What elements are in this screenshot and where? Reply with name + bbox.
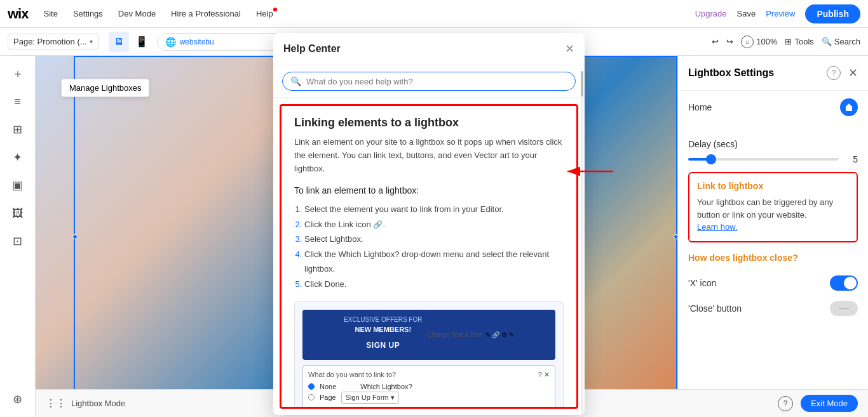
sidebar-image-icon[interactable]: 🖼 <box>6 202 29 225</box>
search-icon: 🔍 <box>822 37 832 46</box>
search-button[interactable]: 🔍 Search <box>822 37 860 46</box>
help-notification-dot <box>273 8 277 11</box>
close-btn-toggle[interactable]: — <box>830 301 858 316</box>
nav-site[interactable]: Site <box>38 6 62 21</box>
help-center-modal[interactable]: Help Center ✕ 🔍 Linking elements to a li… <box>273 33 585 415</box>
preview-button[interactable]: Preview <box>766 9 795 18</box>
step-3: Select Lightbox. <box>304 232 564 246</box>
svg-marker-1 <box>845 103 853 107</box>
link-lightbox-box: Link to lightbox Your lightbox can be tr… <box>688 172 858 242</box>
modal-search-area: 🔍 <box>273 65 585 98</box>
step-2: Click the Link icon 🔗. <box>304 217 564 232</box>
x-icon-toggle-row: 'X' icon <box>678 270 868 296</box>
lightbox-dropdown[interactable]: Sign Up Form ▾ <box>341 392 399 404</box>
help-search-input[interactable] <box>306 77 567 86</box>
publish-button[interactable]: Publish <box>805 4 860 23</box>
mobile-view-button[interactable]: 📱 <box>132 32 152 52</box>
home-section: Home <box>678 91 868 131</box>
how-close-title: How does lightbox close? <box>678 253 868 270</box>
tools-icon: ⊞ <box>785 37 792 46</box>
home-row: Home <box>688 98 858 116</box>
help-article-content: Linking elements to a lightbox Link an e… <box>280 104 578 409</box>
zoom-control[interactable]: ○ 100% <box>741 36 777 48</box>
learn-how-link[interactable]: Learn how. <box>697 222 738 232</box>
article-intro: Link an element on your site to a lightb… <box>294 136 564 175</box>
home-badge <box>840 98 858 116</box>
modal-close-button[interactable]: ✕ <box>565 42 574 56</box>
tools-button[interactable]: ⊞ Tools <box>785 37 813 46</box>
modal-scrollbar <box>581 71 583 414</box>
home-label: Home <box>688 102 712 112</box>
zoom-icon: ○ <box>741 36 754 48</box>
preview-dialog-row-page: Page Sign Up Form ▾ <box>308 392 550 404</box>
top-nav: wix Site Settings Dev Mode Hire a Profes… <box>0 0 868 28</box>
settings-header: Lightbox Settings ? ✕ <box>678 56 868 91</box>
lightbox-mode-label: Lightbox Mode <box>71 399 125 408</box>
device-switcher: 🖥 📱 <box>109 32 152 52</box>
delay-slider[interactable] <box>688 158 839 161</box>
x-icon-toggle[interactable] <box>830 275 858 291</box>
desktop-view-button[interactable]: 🖥 <box>109 32 129 52</box>
zoom-value: 100% <box>756 37 777 46</box>
article-preview: EXCLUSIVE OFFERS FOR NEW MEMBERS! SIGN U… <box>294 301 564 409</box>
url-text: websitebu <box>180 37 214 46</box>
modal-header: Help Center ✕ <box>273 33 585 65</box>
svg-rect-0 <box>846 107 852 111</box>
nav-settings[interactable]: Settings <box>68 6 108 21</box>
exit-mode-button[interactable]: Exit Mode <box>801 395 858 412</box>
article-subtitle: To link an element to a lightbox: <box>294 185 564 195</box>
preview-sign-up-button[interactable]: SIGN UP <box>356 337 410 354</box>
bottom-dots-icon[interactable]: ⋮⋮ <box>46 397 66 409</box>
settings-help-button[interactable]: ? <box>827 66 841 80</box>
bottom-right: ? Exit Mode <box>778 395 858 412</box>
slider-thumb[interactable] <box>706 154 716 164</box>
sidebar-layers-icon[interactable]: ⊛ <box>6 388 29 411</box>
sidebar-apps-icon[interactable]: ✦ <box>6 146 29 169</box>
scrollbar-thumb <box>581 71 583 96</box>
upgrade-link[interactable]: Upgrade <box>695 9 727 18</box>
radio-page[interactable] <box>308 394 315 400</box>
right-sidebar: Lightbox Settings ? ✕ Home Delay (secs) … <box>677 56 868 417</box>
link-lightbox-title: Link to lightbox <box>697 181 849 191</box>
delay-value: 5 <box>845 154 858 164</box>
settings-close-button[interactable]: ✕ <box>848 66 858 80</box>
toolbar-right: ↩ ↪ ○ 100% ⊞ Tools 🔍 Search <box>712 36 860 48</box>
left-sidebar: ＋ ≡ ⊞ ✦ ▣ 🖼 ⊡ ⊛ <box>0 56 36 417</box>
page-chevron-icon: ▾ <box>90 38 93 45</box>
toggle-thumb <box>844 277 857 289</box>
sidebar-media-icon[interactable]: ▣ <box>6 174 29 197</box>
nav-hire-pro[interactable]: Hire a Professional <box>166 6 246 21</box>
x-icon-label: 'X' icon <box>688 278 716 288</box>
preview-dialog-header: What do you want to link to? ? ✕ <box>308 371 550 379</box>
search-icon-blue: 🔍 <box>290 76 301 86</box>
save-button[interactable]: Save <box>737 9 756 18</box>
preview-dialog-row-none: None Which Lightbox? <box>308 383 550 390</box>
sidebar-blog-icon[interactable]: ⊡ <box>6 230 29 253</box>
search-inner: 🔍 <box>282 72 576 91</box>
sidebar-components-icon[interactable]: ⊞ <box>6 118 29 141</box>
bottom-help-button[interactable]: ? <box>778 396 793 411</box>
settings-title: Lightbox Settings <box>688 67 822 79</box>
step-1: Select the element you want to link from… <box>304 202 564 216</box>
step-4: Click the Which Lightbox? drop-down menu… <box>304 247 564 277</box>
delay-label: Delay (secs) <box>688 139 858 149</box>
sidebar-add-icon[interactable]: ＋ <box>6 62 29 85</box>
preview-dialog: What do you want to link to? ? ✕ None Wh… <box>302 365 555 409</box>
close-btn-label: 'Close' button <box>688 303 742 314</box>
article-steps-list: Select the element you want to link from… <box>304 202 564 291</box>
globe-icon: 🌐 <box>165 37 176 47</box>
wix-logo: wix <box>8 6 28 22</box>
nav-dev-mode[interactable]: Dev Mode <box>113 6 161 21</box>
delay-section: Delay (secs) 5 <box>678 131 868 172</box>
undo-button[interactable]: ↩ <box>712 37 719 46</box>
close-btn-toggle-row: 'Close' button — <box>678 296 868 321</box>
redo-button[interactable]: ↪ <box>726 37 733 46</box>
page-selector[interactable]: Page: Promotion (... ▾ <box>8 34 98 50</box>
delay-slider-row: 5 <box>688 154 858 164</box>
manage-lightboxes-button[interactable]: Manage Lightboxes <box>61 79 149 97</box>
nav-help[interactable]: Help <box>251 6 278 21</box>
sidebar-pages-icon[interactable]: ≡ <box>6 90 29 113</box>
step-5: Click Done. <box>304 277 564 291</box>
radio-none[interactable] <box>308 383 315 390</box>
modal-title: Help Center <box>283 43 341 55</box>
